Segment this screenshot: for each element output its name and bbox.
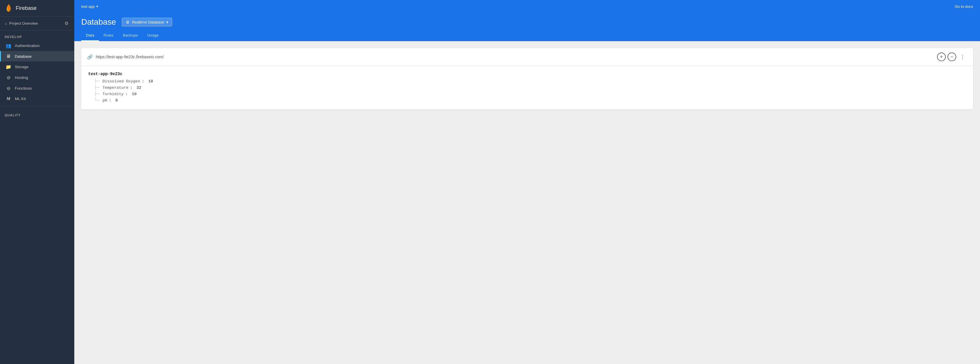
data-key-1: Temperature bbox=[102, 86, 128, 90]
authentication-icon: 👥 bbox=[5, 43, 11, 48]
db-url-left: 🔗 https://test-app-9e23c.firebaseio.com/ bbox=[87, 54, 164, 60]
top-bar: test app ▾ Go to docs bbox=[74, 0, 980, 13]
sidebar-item-database[interactable]: 🖥 Database bbox=[0, 51, 74, 62]
data-value-1: 32 bbox=[137, 86, 141, 90]
sidebar-header: Firebase bbox=[0, 0, 74, 16]
hosting-icon: ⊘ bbox=[5, 75, 11, 80]
tab-usage[interactable]: Usage bbox=[143, 30, 163, 41]
go-to-docs-link[interactable]: Go to docs bbox=[955, 4, 973, 9]
data-tree: ├─ Dissolved Oxygen : 10 ├─ Temperature … bbox=[94, 78, 966, 103]
data-item-ph: └─ pH : 9 bbox=[94, 97, 966, 103]
sidebar: Firebase ⌂ Project Overview ⚙ Develop 👥 … bbox=[0, 0, 74, 364]
sidebar-item-functions[interactable]: ⊖ Functions bbox=[0, 83, 74, 94]
tabs-row: Data Rules Backups Usage bbox=[81, 30, 973, 41]
db-url-text: https://test-app-9e23c.firebaseio.com/ bbox=[96, 54, 164, 59]
sidebar-item-label-authentication: Authentication bbox=[15, 43, 40, 48]
data-item-turbidity: ├─ Turbidity : 10 bbox=[94, 91, 966, 97]
page-header-top: Database 🖥 Realtime Database ▾ bbox=[81, 17, 973, 27]
add-node-button[interactable]: + bbox=[937, 52, 946, 61]
remove-node-button[interactable]: − bbox=[948, 52, 956, 61]
db-content: 🔗 https://test-app-9e23c.firebaseio.com/… bbox=[74, 41, 980, 364]
db-panel: 🔗 https://test-app-9e23c.firebaseio.com/… bbox=[81, 48, 973, 109]
home-icon: ⌂ bbox=[5, 21, 7, 25]
data-key-0: Dissolved Oxygen bbox=[102, 79, 140, 84]
link-icon: 🔗 bbox=[87, 54, 93, 60]
db-selector-icon: 🖥 bbox=[126, 20, 130, 24]
storage-icon: 📁 bbox=[5, 64, 11, 70]
db-type-selector[interactable]: 🖥 Realtime Database ▾ bbox=[122, 18, 172, 26]
db-selector-chevron-icon: ▾ bbox=[166, 20, 168, 24]
firebase-flame-icon bbox=[5, 4, 13, 12]
data-value-3: 9 bbox=[116, 99, 118, 103]
tab-data[interactable]: Data bbox=[81, 30, 99, 41]
tree-branch-icon-0: ├─ bbox=[94, 79, 100, 84]
sidebar-item-label-functions: Functions bbox=[15, 86, 32, 91]
mlkit-icon: M bbox=[5, 96, 11, 101]
sidebar-item-storage[interactable]: 📁 Storage bbox=[0, 62, 74, 72]
data-root-key: test-app-9e23c bbox=[88, 72, 966, 76]
db-url-bar: 🔗 https://test-app-9e23c.firebaseio.com/… bbox=[81, 48, 973, 66]
functions-icon: ⊖ bbox=[5, 86, 11, 91]
app-selector[interactable]: test app ▾ bbox=[81, 4, 98, 9]
data-separator-2: : bbox=[126, 92, 130, 96]
database-icon: 🖥 bbox=[5, 54, 11, 59]
page-header: Database 🖥 Realtime Database ▾ Data Rule… bbox=[74, 13, 980, 41]
db-data-tree: test-app-9e23c ├─ Dissolved Oxygen : 10 … bbox=[81, 66, 973, 109]
app-title: Firebase bbox=[16, 5, 37, 11]
project-overview-row: ⌂ Project Overview ⚙ bbox=[0, 16, 74, 30]
db-url-actions: + − ⋮ bbox=[937, 52, 967, 62]
develop-section-label: Develop bbox=[0, 30, 74, 40]
app-selector-chevron-icon: ▾ bbox=[96, 4, 98, 8]
main-content: test app ▾ Go to docs Database 🖥 Realtim… bbox=[74, 0, 980, 364]
tab-backups[interactable]: Backups bbox=[118, 30, 143, 41]
tab-rules[interactable]: Rules bbox=[99, 30, 118, 41]
sidebar-divider bbox=[0, 106, 74, 106]
sidebar-item-label-database: Database bbox=[15, 54, 32, 59]
data-key-3: pH bbox=[102, 99, 107, 103]
sidebar-item-hosting[interactable]: ⊘ Hosting bbox=[0, 72, 74, 83]
data-key-2: Turbidity bbox=[102, 92, 124, 96]
app-selector-label: test app bbox=[81, 4, 95, 9]
page-title: Database bbox=[81, 17, 116, 27]
tree-branch-icon-1: ├─ bbox=[94, 85, 100, 90]
data-value-2: 10 bbox=[132, 92, 137, 96]
data-separator-0: : bbox=[142, 79, 146, 84]
data-item-temperature: ├─ Temperature : 32 bbox=[94, 84, 966, 91]
tree-branch-icon-2: ├─ bbox=[94, 91, 100, 97]
data-item-dissolved-oxygen: ├─ Dissolved Oxygen : 10 bbox=[94, 78, 966, 84]
sidebar-item-label-hosting: Hosting bbox=[15, 75, 28, 80]
more-options-button[interactable]: ⋮ bbox=[958, 52, 967, 62]
tree-branch-icon-3: └─ bbox=[94, 98, 100, 103]
data-value-0: 10 bbox=[148, 79, 153, 84]
db-selector-label: Realtime Database bbox=[132, 20, 164, 24]
sidebar-item-label-storage: Storage bbox=[15, 65, 29, 69]
sidebar-item-mlkit[interactable]: M ML Kit bbox=[0, 94, 74, 104]
data-separator-1: : bbox=[130, 86, 135, 90]
quality-section-label: Quality bbox=[0, 109, 74, 119]
project-overview-link[interactable]: ⌂ Project Overview bbox=[5, 21, 38, 25]
sidebar-item-authentication[interactable]: 👥 Authentication bbox=[0, 40, 74, 51]
settings-button[interactable]: ⚙ bbox=[63, 19, 70, 27]
project-overview-label: Project Overview bbox=[9, 21, 38, 25]
data-separator-3: : bbox=[109, 99, 113, 103]
firebase-logo: Firebase bbox=[5, 4, 37, 12]
sidebar-item-label-mlkit: ML Kit bbox=[15, 97, 26, 101]
